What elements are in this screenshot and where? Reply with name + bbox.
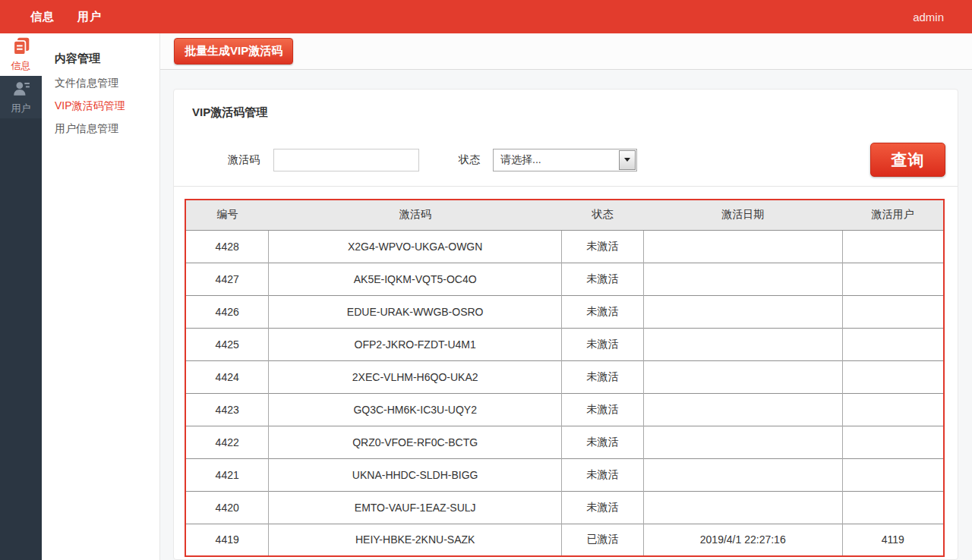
table-cell-status: 未激活: [561, 491, 643, 524]
table-cell-date: [643, 491, 842, 524]
vip-codes-panel: VIP激活码管理 激活码 状态 请选择... 查询: [173, 89, 958, 560]
table-cell-id: 4427: [185, 263, 269, 295]
table-cell-code: QRZ0-VFOE-RF0C-BCTG: [269, 426, 562, 458]
batch-generate-button[interactable]: 批量生成VIP激活码: [174, 38, 293, 64]
topbar-nav: 信息 用户: [30, 10, 102, 24]
table-row: 4422QRZ0-VFOE-RF0C-BCTG未激活: [185, 426, 944, 458]
status-select-value: 请选择...: [494, 153, 619, 167]
table-cell-code: EDUE-URAK-WWGB-OSRO: [269, 295, 562, 328]
user-icon: [11, 79, 31, 101]
chevron-down-icon: [624, 158, 630, 162]
table-cell-date: [643, 263, 842, 295]
table-cell-id: 4425: [185, 328, 269, 360]
table-cell-user: 4119: [842, 524, 944, 556]
table-cell-user: [842, 491, 944, 524]
table-cell-date: [643, 426, 842, 458]
table-cell-user: [842, 230, 944, 263]
table-row: 44242XEC-VLHM-H6QO-UKA2未激活: [185, 360, 944, 393]
vip-codes-table: 编号 激活码 状态 激活日期 激活用户 4428X2G4-WPVO-UKGA-O…: [185, 199, 945, 557]
documents-icon: [11, 36, 31, 58]
divider: [174, 186, 958, 187]
search-button[interactable]: 查询: [870, 143, 945, 177]
table-cell-user: [842, 360, 944, 393]
table-cell-id: 4428: [185, 230, 269, 263]
table-cell-code: OFP2-JKRO-FZDT-U4M1: [269, 328, 562, 360]
table-row: 4426EDUE-URAK-WWGB-OSRO未激活: [185, 295, 944, 328]
main-content: 批量生成VIP激活码 VIP激活码管理 激活码 状态 请选择... 查询: [160, 33, 972, 560]
table-cell-id: 4421: [185, 458, 269, 491]
rail-item-info[interactable]: 信息: [0, 33, 42, 76]
icon-rail: 信息 用户: [0, 33, 42, 560]
search-form: 激活码 状态 请选择... 查询: [174, 143, 958, 177]
nav-item-user[interactable]: 用户: [77, 10, 102, 24]
current-user[interactable]: admin: [913, 11, 944, 24]
table-cell-code: 2XEC-VLHM-H6QO-UKA2: [269, 360, 562, 393]
table-cell-user: [842, 328, 944, 360]
table-cell-code: AK5E-IQKM-VQT5-OC4O: [269, 263, 562, 295]
table-row: 4427AK5E-IQKM-VQT5-OC4O未激活: [185, 263, 944, 295]
table-container: 编号 激活码 状态 激活日期 激活用户 4428X2G4-WPVO-UKGA-O…: [185, 199, 945, 557]
table-cell-date: [643, 458, 842, 491]
rail-item-label: 信息: [11, 59, 31, 73]
content-area: VIP激活码管理 激活码 状态 请选择... 查询: [160, 70, 972, 560]
table-cell-status: 未激活: [561, 230, 643, 263]
col-header-date: 激活日期: [643, 200, 842, 230]
table-row: 4425OFP2-JKRO-FZDT-U4M1未激活: [185, 328, 944, 360]
table-cell-code: GQ3C-HM6K-IC3U-UQY2: [269, 393, 562, 426]
submenu-item-vip-codes[interactable]: VIP激活码管理: [55, 99, 159, 112]
nav-item-info[interactable]: 信息: [30, 10, 55, 24]
table-cell-status: 未激活: [561, 393, 643, 426]
table-cell-status: 未激活: [561, 328, 643, 360]
table-row: 4420EMTO-VAUF-1EAZ-SULJ未激活: [185, 491, 944, 524]
status-label: 状态: [459, 153, 480, 167]
toolbar: 批量生成VIP激活码: [160, 33, 972, 70]
table-cell-date: 2019/4/1 22:27:16: [643, 524, 842, 556]
table-cell-user: [842, 393, 944, 426]
col-header-code: 激活码: [269, 200, 562, 230]
table-cell-date: [643, 328, 842, 360]
table-cell-id: 4422: [185, 426, 269, 458]
submenu: 内容管理 文件信息管理 VIP激活码管理 用户信息管理: [42, 33, 160, 560]
table-cell-id: 4426: [185, 295, 269, 328]
table-row: 4428X2G4-WPVO-UKGA-OWGN未激活: [185, 230, 944, 263]
code-label: 激活码: [228, 153, 260, 167]
table-header: 编号 激活码 状态 激活日期 激活用户: [185, 200, 944, 230]
col-header-user: 激活用户: [842, 200, 944, 230]
table-cell-code: UKNA-HHDC-SLDH-BIGG: [269, 458, 562, 491]
table-cell-status: 未激活: [561, 360, 643, 393]
rail-item-label: 用户: [11, 102, 31, 115]
submenu-heading-content-mgmt[interactable]: 内容管理: [55, 52, 159, 66]
table-cell-date: [643, 230, 842, 263]
table-cell-status: 已激活: [561, 524, 643, 556]
table-row: 4421UKNA-HHDC-SLDH-BIGG未激活: [185, 458, 944, 491]
status-select[interactable]: 请选择...: [493, 149, 637, 171]
topbar: 信息 用户 admin: [0, 0, 972, 33]
table-cell-status: 未激活: [561, 458, 643, 491]
table-body: 4428X2G4-WPVO-UKGA-OWGN未激活4427AK5E-IQKM-…: [185, 230, 944, 556]
col-header-id: 编号: [185, 200, 269, 230]
table-cell-date: [643, 295, 842, 328]
table-cell-code: X2G4-WPVO-UKGA-OWGN: [269, 230, 562, 263]
table-cell-user: [842, 426, 944, 458]
table-row: 4419HEIY-HBKE-2KNU-SAZK已激活2019/4/1 22:27…: [185, 524, 944, 556]
table-cell-date: [643, 360, 842, 393]
table-cell-id: 4424: [185, 360, 269, 393]
table-cell-status: 未激活: [561, 295, 643, 328]
panel-title: VIP激活码管理: [174, 90, 958, 120]
table-row: 4423GQ3C-HM6K-IC3U-UQY2未激活: [185, 393, 944, 426]
table-cell-status: 未激活: [561, 426, 643, 458]
table-cell-id: 4420: [185, 491, 269, 524]
table-cell-id: 4419: [185, 524, 269, 556]
code-input[interactable]: [273, 149, 419, 171]
table-cell-user: [842, 458, 944, 491]
rail-item-user[interactable]: 用户: [0, 76, 42, 118]
table-cell-date: [643, 393, 842, 426]
submenu-item-file-info[interactable]: 文件信息管理: [55, 76, 159, 90]
col-header-status: 状态: [561, 200, 643, 230]
submenu-item-user-info[interactable]: 用户信息管理: [55, 121, 159, 135]
select-dropdown-button[interactable]: [619, 150, 636, 170]
table-cell-status: 未激活: [561, 263, 643, 295]
table-cell-code: EMTO-VAUF-1EAZ-SULJ: [269, 491, 562, 524]
table-cell-id: 4423: [185, 393, 269, 426]
table-cell-user: [842, 263, 944, 295]
